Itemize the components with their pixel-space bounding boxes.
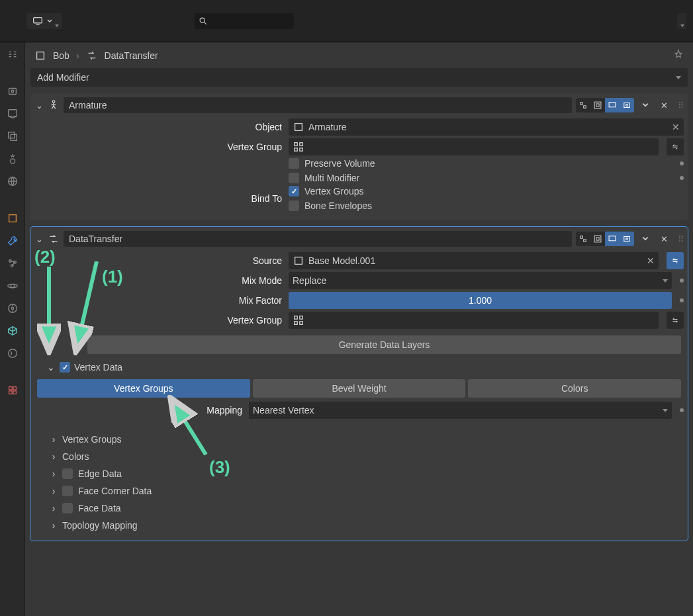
keyframe-dot[interactable] <box>680 279 684 283</box>
clear-icon[interactable]: ✕ <box>647 255 655 266</box>
object-label: Object <box>34 122 283 132</box>
mesh-tab-icon[interactable] <box>6 324 19 337</box>
collapse-toggle[interactable]: ⌄ <box>34 234 44 244</box>
drag-handle[interactable]: ⠿ <box>678 101 684 110</box>
display-toggles <box>576 232 634 246</box>
edge-data-checkbox[interactable] <box>62 468 73 479</box>
material-tab-icon[interactable] <box>6 347 19 360</box>
vgroup-label: Vertex Group <box>34 142 283 152</box>
delete-modifier[interactable]: ✕ <box>657 98 671 112</box>
armature-object-field[interactable]: Armature ✕ <box>289 118 684 136</box>
face-corner-checkbox[interactable] <box>62 486 73 496</box>
invert-vgroup[interactable] <box>667 138 684 155</box>
breadcrumb: Bob › DataTransfer <box>25 42 693 68</box>
modifier-menu[interactable] <box>638 98 653 112</box>
add-modifier-dropdown[interactable]: Add Modifier <box>30 68 688 87</box>
vertex-data-tabs: Vertex Groups Bevel Weight Colors <box>37 379 681 398</box>
sub-face-corner-data[interactable]: ›Face Corner Data <box>34 482 684 500</box>
armature-vgroup-field[interactable] <box>289 138 659 155</box>
screen-icon <box>32 15 44 27</box>
drag-handle[interactable]: ⠿ <box>678 234 684 244</box>
svg-point-3 <box>11 90 14 93</box>
viewport-toggle[interactable] <box>605 98 620 112</box>
svg-rect-6 <box>11 134 17 140</box>
cage-toggle[interactable] <box>590 98 605 112</box>
constraints-tab-icon[interactable] <box>6 302 19 315</box>
object-icon <box>293 255 304 267</box>
modifier-panel: Bob › DataTransfer Add Modifier ⌄ Armatu… <box>25 42 693 616</box>
world-tab-icon[interactable] <box>6 175 19 188</box>
breadcrumb-modifier[interactable]: DataTransfer <box>105 50 158 61</box>
preserve-volume-checkbox[interactable] <box>289 158 299 169</box>
keyframe-dot[interactable] <box>680 298 684 302</box>
svg-rect-45 <box>295 322 298 325</box>
collapse-toggle[interactable]: ⌄ <box>34 101 44 110</box>
bind-envelopes-checkbox[interactable] <box>289 200 299 211</box>
svg-rect-5 <box>8 132 14 138</box>
viewlayer-tab-icon[interactable] <box>6 130 19 143</box>
texture-tab-icon[interactable] <box>6 384 19 397</box>
source-transform-toggle[interactable] <box>667 252 684 269</box>
keyframe-dot[interactable] <box>680 161 684 165</box>
sub-edge-data[interactable]: ›Edge Data <box>34 465 684 482</box>
keyframe-dot[interactable] <box>680 176 684 180</box>
render-toggle[interactable] <box>620 232 634 246</box>
mix-mode-dropdown[interactable]: Replace <box>289 272 672 289</box>
tab-bevel-weight[interactable]: Bevel Weight <box>253 379 466 398</box>
mix-factor-slider[interactable]: 1.000 <box>289 292 672 309</box>
sub-face-data[interactable]: ›Face Data <box>34 500 684 517</box>
modifier-menu[interactable] <box>638 232 653 246</box>
render-toggle[interactable] <box>620 98 634 112</box>
invert-vgroup[interactable] <box>667 312 684 329</box>
modifier-name-input[interactable]: DataTransfer <box>64 231 572 247</box>
sub-colors[interactable]: ›Colors <box>34 448 684 465</box>
tab-vertex-groups[interactable]: Vertex Groups <box>37 379 250 398</box>
multi-modifier-checkbox[interactable] <box>289 173 299 183</box>
vertex-data-checkbox[interactable] <box>60 362 70 373</box>
source-object-field[interactable]: Base Model.001 ✕ <box>289 252 659 269</box>
search-input[interactable] <box>195 13 294 29</box>
output-tab-icon[interactable] <box>6 107 19 120</box>
cage-toggle[interactable] <box>590 232 605 246</box>
physics-tab-icon[interactable] <box>6 279 19 292</box>
face-data-checkbox[interactable] <box>62 503 73 513</box>
svg-rect-35 <box>596 238 599 240</box>
particles-tab-icon[interactable] <box>6 257 19 270</box>
sub-vertex-groups[interactable]: ›Vertex Groups <box>34 431 684 448</box>
modifier-datatransfer: ⌄ DataTransfer ✕ ⠿ (2) (1) (3) <box>30 227 688 541</box>
collapse-toggle[interactable]: ⌄ <box>46 362 56 373</box>
tab-colors[interactable]: Colors <box>468 379 681 398</box>
edit-mode-toggle[interactable] <box>576 98 590 112</box>
modifier-name-input[interactable]: Armature <box>64 97 572 113</box>
delete-modifier[interactable]: ✕ <box>657 232 671 246</box>
scene-tab-icon[interactable] <box>6 152 19 165</box>
mapping-dropdown[interactable]: Nearest Vertex <box>249 402 672 419</box>
object-tab-icon[interactable] <box>6 212 19 225</box>
tool-tab-icon[interactable] <box>6 48 19 61</box>
clear-icon[interactable]: ✕ <box>672 122 680 132</box>
keyframe-dot[interactable] <box>680 408 684 412</box>
filter-dropdown[interactable] <box>677 13 686 29</box>
svg-rect-18 <box>9 387 12 390</box>
generate-data-layers-button[interactable]: Generate Data Layers <box>87 335 681 354</box>
viewport-toggle[interactable] <box>605 232 620 246</box>
vgroup-icon <box>293 141 304 153</box>
search-icon <box>199 17 208 26</box>
vgroup-label: Vertex Group <box>34 315 283 326</box>
vertex-data-label: Vertex Data <box>74 362 122 373</box>
modifier-tab-icon[interactable] <box>6 234 19 247</box>
sub-topology-mapping[interactable]: ›Topology Mapping <box>34 517 684 534</box>
breadcrumb-object[interactable]: Bob <box>53 50 69 61</box>
render-tab-icon[interactable] <box>6 85 19 98</box>
svg-rect-27 <box>624 103 629 108</box>
pin-icon[interactable] <box>673 49 684 62</box>
svg-point-7 <box>10 159 15 163</box>
dt-vgroup-field[interactable] <box>289 312 659 329</box>
workspace-dropdown[interactable] <box>26 13 62 29</box>
top-bar <box>0 0 693 42</box>
svg-rect-25 <box>596 104 599 107</box>
bind-to-label: Bind To <box>34 193 283 204</box>
bind-vgroups-checkbox[interactable] <box>289 186 299 197</box>
edit-mode-toggle[interactable] <box>576 232 590 246</box>
svg-rect-24 <box>594 102 601 109</box>
